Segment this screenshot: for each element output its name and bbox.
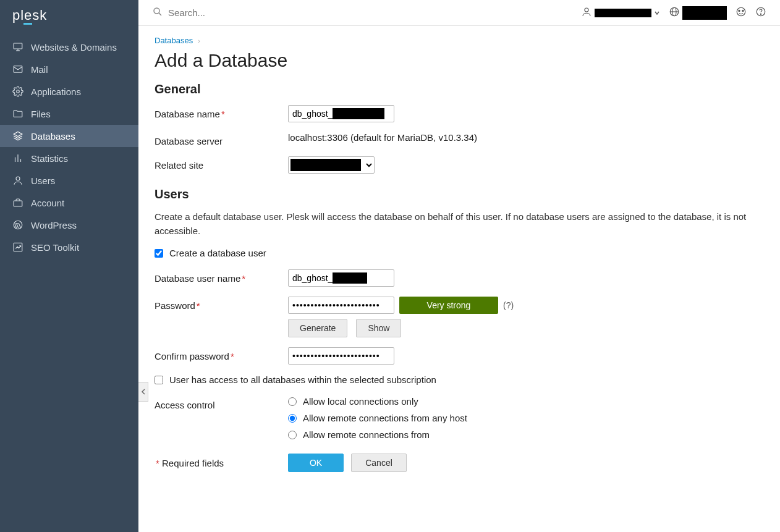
- svg-line-16: [159, 13, 161, 15]
- user-menu[interactable]: [581, 6, 660, 19]
- extensions-icon[interactable]: [735, 6, 747, 19]
- main-content: Databases › Add a Database General Datab…: [138, 26, 780, 491]
- globe-icon: [669, 6, 680, 19]
- page-title: Add a Database: [155, 50, 764, 71]
- related-site-select[interactable]: [288, 156, 375, 174]
- sidebar-item-label: Account: [31, 198, 64, 208]
- svg-rect-2: [14, 43, 22, 49]
- sidebar-item-statistics[interactable]: Statistics: [0, 147, 138, 169]
- chevron-down-icon: [654, 10, 660, 16]
- sidebar-item-label: Websites & Domains: [31, 42, 117, 53]
- help-icon[interactable]: [755, 6, 766, 19]
- sidebar-item-label: WordPress: [31, 220, 77, 230]
- access-any-remote-radio[interactable]: [288, 414, 297, 423]
- sidebar-item-applications[interactable]: Applications: [0, 80, 138, 103]
- breadcrumb-databases-link[interactable]: Databases: [155, 36, 193, 45]
- svg-point-6: [17, 90, 20, 93]
- sidebar-item-label: Mail: [31, 64, 48, 75]
- sidebar-item-databases[interactable]: Databases: [0, 125, 138, 147]
- sidebar-collapse-toggle[interactable]: [138, 382, 148, 402]
- db-server-label: Database server: [155, 132, 288, 146]
- user-icon: [581, 6, 592, 19]
- sidebar-item-label: Files: [31, 109, 51, 119]
- mail-icon: [12, 64, 23, 75]
- sidebar-item-label: SEO Toolkit: [31, 242, 79, 253]
- db-server-value: localhost:3306 (default for MariaDB, v10…: [288, 132, 477, 143]
- monitor-icon: [12, 41, 23, 53]
- all-db-access-checkbox[interactable]: [155, 376, 163, 384]
- topbar: [138, 0, 780, 26]
- password-help-link[interactable]: (?): [503, 300, 514, 310]
- sidebar-item-users[interactable]: Users: [0, 169, 138, 192]
- sidebar-item-label: Users: [31, 175, 55, 186]
- search-icon: [152, 6, 163, 19]
- folder-icon: [12, 108, 23, 119]
- ok-button[interactable]: OK: [288, 454, 344, 472]
- password-label: Password*: [155, 297, 288, 311]
- chart-icon: [12, 153, 23, 164]
- create-db-user-label: Create a database user: [169, 248, 266, 258]
- access-local-radio[interactable]: [288, 397, 297, 406]
- svg-point-22: [739, 10, 740, 11]
- db-username-label: Database user name*: [155, 269, 288, 284]
- trending-up-icon: [12, 242, 23, 253]
- sidebar-item-label: Statistics: [31, 153, 68, 164]
- svg-point-15: [154, 8, 159, 14]
- wordpress-icon: [12, 219, 23, 230]
- breadcrumb: Databases ›: [155, 36, 764, 45]
- access-option-label: Allow remote connections from any host: [303, 413, 467, 423]
- access-control-label: Access control: [155, 396, 288, 410]
- redacted-username: [595, 9, 651, 17]
- access-option-label: Allow remote connections from: [303, 429, 430, 440]
- database-icon: [12, 130, 23, 141]
- confirm-password-input[interactable]: [288, 347, 394, 365]
- sidebar: plesk Websites & Domains Mail Applicatio…: [0, 0, 138, 532]
- all-db-access-label: User has access to all databases within …: [169, 374, 436, 385]
- brand-logo[interactable]: plesk: [0, 0, 138, 36]
- sidebar-item-websites[interactable]: Websites & Domains: [0, 36, 138, 58]
- related-site-label: Related site: [155, 156, 288, 171]
- access-option-label: Allow local connections only: [303, 396, 418, 407]
- generate-password-button[interactable]: Generate: [288, 319, 347, 337]
- section-users-heading: Users: [155, 187, 764, 201]
- subscription-menu[interactable]: [669, 6, 727, 20]
- svg-marker-7: [14, 132, 22, 137]
- svg-text:plesk: plesk: [12, 9, 47, 23]
- chevron-right-icon: ›: [198, 37, 200, 44]
- svg-rect-12: [14, 201, 22, 206]
- sidebar-item-label: Applications: [31, 87, 81, 97]
- required-fields-note: * Required fields: [155, 458, 288, 468]
- svg-point-17: [585, 8, 588, 12]
- briefcase-icon: [12, 197, 23, 208]
- show-password-button[interactable]: Show: [356, 319, 401, 337]
- user-icon: [12, 175, 23, 186]
- cancel-button[interactable]: Cancel: [351, 454, 407, 472]
- confirm-password-label: Confirm password*: [155, 347, 288, 361]
- sidebar-item-files[interactable]: Files: [0, 103, 138, 125]
- svg-point-11: [16, 177, 20, 180]
- search-input[interactable]: [168, 7, 354, 18]
- create-db-user-checkbox[interactable]: [155, 249, 163, 258]
- sidebar-item-mail[interactable]: Mail: [0, 58, 138, 80]
- svg-rect-1: [23, 23, 32, 25]
- sidebar-item-wordpress[interactable]: WordPress: [0, 214, 138, 236]
- svg-point-21: [737, 7, 745, 16]
- section-general-heading: General: [155, 82, 764, 96]
- redacted-subscription: [682, 6, 727, 20]
- sidebar-item-seo[interactable]: SEO Toolkit: [0, 236, 138, 258]
- users-description: Create a default database user. Plesk wi…: [155, 210, 748, 238]
- password-strength-badge: Very strong: [399, 297, 498, 314]
- password-input[interactable]: [288, 297, 394, 314]
- db-name-label: Database name*: [155, 105, 288, 119]
- redacted-segment: [333, 108, 384, 119]
- access-specific-remote-radio[interactable]: [288, 431, 297, 439]
- gear-icon: [12, 86, 23, 97]
- sidebar-item-label: Databases: [31, 131, 75, 141]
- svg-point-23: [742, 10, 744, 11]
- sidebar-item-account[interactable]: Account: [0, 192, 138, 214]
- svg-point-25: [760, 14, 761, 14]
- redacted-segment: [333, 272, 367, 284]
- svg-rect-5: [14, 66, 22, 73]
